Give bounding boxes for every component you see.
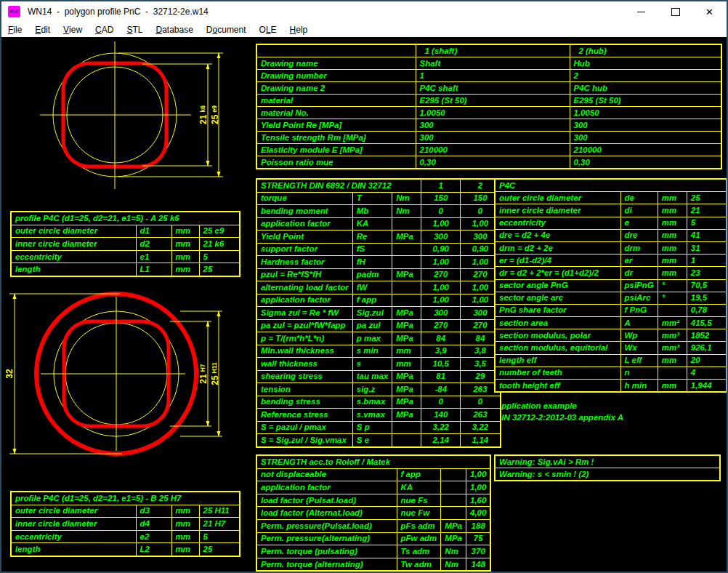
value-cell: e [620, 217, 658, 229]
menu-item-help[interactable]: Help [283, 22, 315, 37]
value-cell: 1852 [687, 329, 727, 342]
value-cell: Nm [392, 205, 421, 218]
value-cell: 1 [687, 255, 727, 267]
table-row: Perm. torque (alternating)Tw admNm148 [256, 558, 490, 571]
menu-item-edit[interactable]: Edit [28, 22, 57, 37]
table-row: inner circle diameterdimm21 [495, 204, 727, 217]
value-cell: 1,00 [466, 481, 491, 494]
value-cell: 0,90 [421, 243, 461, 256]
menu-item-database[interactable]: Database [149, 22, 199, 37]
dim-label-21H7: 21H7 [198, 364, 209, 383]
row-label: inner circle diameter [11, 238, 136, 251]
table-row: not displaceablef app1,00 [256, 468, 490, 481]
value-cell: 5 [199, 530, 240, 543]
value-cell: 1,14 [461, 434, 501, 447]
value-cell: 5 [199, 250, 240, 263]
table-row: Perm. torque (pulsating)Ts admNm370 [256, 545, 490, 558]
table-title: STRENGTH acc.to Roloff / Matek [256, 455, 490, 468]
table-row: drm = d2 + 2edrmmm31 [495, 241, 727, 254]
column-header: 1 (shaft) [416, 44, 570, 57]
value-cell: 1,944 [687, 380, 727, 393]
value-cell: E295 (St 50) [570, 95, 721, 107]
value-cell: Mb [352, 205, 392, 218]
table-row: Reference stresss.vmaxMPa140263 [256, 409, 501, 422]
value-cell: 25 [199, 543, 240, 556]
menu-item-stl[interactable]: STL [120, 22, 149, 37]
value-cell: Nm [441, 545, 466, 558]
table-row: bending stresss.bmaxMPa00 [256, 396, 501, 409]
table-row: Drawing number12 [256, 70, 721, 82]
table-row: dr = d2 + 2*er = (d1+d2)/2drmm23 [495, 267, 727, 279]
value-cell: mm [392, 345, 421, 358]
value-cell: MPa [441, 519, 466, 532]
value-cell [392, 256, 421, 269]
row-label: shearing stress [256, 370, 352, 383]
table-row: inner circle diameterd2mm21 k6 [11, 238, 240, 251]
value-cell: -84 [421, 383, 461, 396]
table-row: application factorKA1,00 [256, 481, 490, 494]
row-label: Min.wall thickness [256, 345, 352, 358]
menu-item-ole[interactable]: OLE [253, 22, 283, 37]
value-cell: Ts adm [397, 545, 441, 558]
header-row: profile P4C (d1=25, d2=21, e1=5) - A 25 … [11, 212, 240, 225]
table-title: profile P4C (d1=25, d2=21, e1=5) - A 25 … [11, 212, 240, 225]
table-row: load factor (Alternat.load)nue Fw4,00 [256, 507, 490, 520]
value-cell: 0,30 [570, 156, 721, 169]
value-cell: KA [352, 217, 392, 231]
value-cell: L2 [136, 543, 171, 556]
value-cell: e1 [136, 250, 171, 263]
value-cell: fH [352, 256, 392, 269]
value-cell: 150 [421, 192, 461, 205]
value-cell: 300 [570, 119, 721, 132]
row-label: torque [256, 192, 352, 205]
value-cell: mm [171, 250, 199, 263]
row-label: Perm. pressure(alternating) [256, 532, 397, 545]
row-label: S = Sig.zul / Sig.vmax [256, 434, 352, 447]
value-cell: mm [658, 229, 687, 241]
profile-b-table: profile P4C (d1=25, d2=21, e1=5) - B 25 … [10, 491, 240, 557]
value-cell: 188 [466, 519, 491, 532]
close-icon: ✕ [705, 7, 713, 17]
row-label: number of teeth [495, 366, 620, 379]
column-header: 1 [421, 179, 461, 192]
value-cell: f PnG [620, 304, 658, 316]
note-line: DIN 32712-2:2012-03 appendix A [496, 412, 623, 423]
table-row: er = (d1-d2)/4ermm1 [495, 255, 727, 267]
menu-item-cad[interactable]: CAD [89, 22, 120, 37]
value-cell: Shaft [416, 57, 570, 70]
value-cell: MPa [392, 268, 421, 281]
strength-din-table: STRENGTH DIN 6892 / DIN 3271212torqueTNm… [256, 178, 501, 448]
close-button[interactable]: ✕ [692, 1, 727, 22]
row-label: application factor [256, 481, 397, 494]
value-cell: MPa [392, 319, 421, 332]
value-cell: pFw adm [397, 532, 441, 545]
value-cell: mm [658, 380, 687, 393]
row-label: Reference stress [256, 409, 352, 422]
value-cell [441, 494, 466, 507]
table-row: eccentricitye1mm5 [11, 250, 240, 263]
value-cell: fS [352, 243, 392, 256]
value-cell: 21 [687, 204, 727, 217]
table-row: bending momentMbNm00 [256, 205, 501, 218]
menu-item-document[interactable]: Document [200, 22, 253, 37]
value-cell: mm [658, 241, 687, 254]
row-label: pa zul = pzul*fW*fapp [256, 319, 352, 332]
value-cell: 41 [687, 229, 727, 241]
menu-item-view[interactable]: View [57, 22, 89, 37]
value-cell: mm [171, 518, 199, 531]
value-cell: Tw adm [397, 558, 441, 571]
menu-item-file[interactable]: File [1, 22, 28, 37]
shaft-profile-drawing: 21k6 25e9 [0, 39, 247, 213]
row-label: material No. [256, 107, 416, 119]
minimize-button[interactable] [624, 1, 658, 22]
value-cell: 370 [466, 545, 491, 558]
value-cell: 23 [687, 267, 727, 279]
row-label: pzul = Re*fS*fH [256, 268, 352, 281]
value-cell: mm [658, 354, 687, 366]
table-row: outer circle diameterd1mm25 e9 [11, 225, 240, 238]
value-cell: h min [620, 380, 658, 393]
maximize-button[interactable] [658, 1, 692, 22]
value-cell: mm [392, 358, 421, 371]
row-label: PnG share factor [495, 304, 620, 316]
header-row: STRENGTH DIN 6892 / DIN 3271212 [256, 179, 501, 192]
